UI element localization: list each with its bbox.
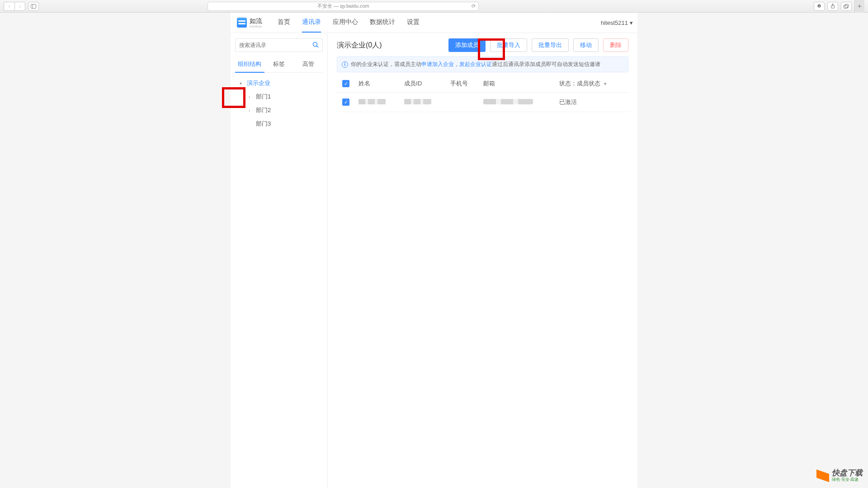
share-button[interactable] <box>827 2 838 11</box>
user-menu[interactable]: hitest5211 ▾ <box>601 19 633 26</box>
brand-name: 如流 <box>250 17 262 24</box>
tab-exec[interactable]: 高管 <box>293 56 323 72</box>
col-name: 姓名 <box>355 75 401 93</box>
move-button[interactable]: 移动 <box>573 38 599 52</box>
info-icon: i <box>342 61 348 68</box>
search-input[interactable] <box>239 42 312 48</box>
notice-text-2: 通过后通讯录添加成员即可自动发送短信邀请 <box>492 61 600 67</box>
nav-stats[interactable]: 数据统计 <box>370 13 395 33</box>
col-id: 成员ID <box>401 75 446 93</box>
brand-logo[interactable]: 如流 infoflow <box>231 17 269 28</box>
table-row[interactable]: ✓ 已激活 <box>337 93 628 112</box>
main-panel: 演示企业(0人) 添加成员 批量导入 批量导出 移动 删除 i 你的企业未认证，… <box>328 33 637 488</box>
nav-items: 首页 通讯录 应用中心 数据统计 设置 <box>278 13 420 33</box>
sidebar-search[interactable] <box>235 38 323 52</box>
sidebar-tabs: 组织结构 标签 高管 <box>235 56 323 73</box>
address-bar-text: 不安全 — qy.baidu.com <box>317 3 369 9</box>
col-status[interactable]: 状态：成员状态 ▾ <box>556 75 628 93</box>
col-email: 邮箱 <box>480 75 556 93</box>
notice-text-1: 你的企业未认证，需成员主动 <box>351 61 421 67</box>
svg-rect-0 <box>31 4 36 8</box>
downloads-button[interactable] <box>814 2 825 11</box>
tab-org[interactable]: 组织结构 <box>235 56 264 73</box>
tree-dept-2[interactable]: › 部门2 <box>244 103 323 117</box>
svg-rect-5 <box>845 4 849 7</box>
tree-item-label: 部门2 <box>256 106 271 114</box>
sidebar-toggle-button[interactable] <box>28 2 39 11</box>
address-bar[interactable]: 不安全 — qy.baidu.com ⟳ <box>208 2 479 11</box>
org-tree: ▾ 演示企业 › 部门1 › 部门2 部门3 <box>235 76 323 131</box>
delete-button[interactable]: 删除 <box>603 38 628 52</box>
tree-dept-1[interactable]: › 部门1 <box>244 90 323 103</box>
chevron-down-icon: ▾ <box>630 19 633 26</box>
tree-item-label: 部门1 <box>256 93 271 101</box>
select-all-checkbox[interactable]: ✓ <box>342 80 349 87</box>
watermark: 快盘下载 绿色·安全·高速 <box>816 469 863 483</box>
back-button[interactable]: ‹ <box>4 2 14 11</box>
action-buttons: 添加成员 批量导入 批量导出 移动 删除 <box>448 38 628 52</box>
chevron-down-icon: ▾ <box>240 81 244 86</box>
nav-home[interactable]: 首页 <box>278 13 290 33</box>
col-status-label: 状态： <box>559 80 577 87</box>
search-icon[interactable] <box>312 42 319 49</box>
browser-toolbar: ‹ › 不安全 — qy.baidu.com ⟳ + <box>0 0 868 13</box>
chevron-right-icon: › <box>249 108 253 113</box>
col-phone: 手机号 <box>447 75 480 93</box>
bulk-import-button[interactable]: 批量导入 <box>490 38 527 52</box>
tree-item-label: 部门3 <box>256 120 271 128</box>
tree-root[interactable]: ▾ 演示企业 <box>235 76 323 90</box>
members-table: ✓ 姓名 成员ID 手机号 邮箱 状态：成员状态 ▾ ✓ <box>337 75 628 112</box>
nav-apps[interactable]: 应用中心 <box>333 13 358 33</box>
chevron-right-icon: › <box>249 94 253 99</box>
tree-root-label: 演示企业 <box>247 79 270 87</box>
user-name: hitest5211 <box>601 19 628 26</box>
bulk-export-button[interactable]: 批量导出 <box>532 38 569 52</box>
row-id-redacted <box>404 99 431 104</box>
new-tab-button[interactable]: + <box>854 0 864 13</box>
brand-sub: infoflow <box>250 24 262 28</box>
top-nav: 如流 infoflow 首页 通讯录 应用中心 数据统计 设置 hitest52… <box>231 13 637 33</box>
svg-point-6 <box>313 42 317 46</box>
filter-icon[interactable]: ▾ <box>604 81 607 86</box>
add-member-button[interactable]: 添加成员 <box>448 38 486 52</box>
row-name-redacted <box>359 99 386 104</box>
watermark-sub: 绿色·安全·高速 <box>832 477 863 483</box>
row-status: 已激活 <box>556 93 628 112</box>
nav-contacts[interactable]: 通讯录 <box>302 13 321 33</box>
cert-notice: i 你的企业未认证，需成员主动申请加入企业，发起企业认证通过后通讯录添加成员即可… <box>337 56 628 72</box>
page-title: 演示企业(0人) <box>337 41 382 50</box>
sidebar: 组织结构 标签 高管 ▾ 演示企业 › 部门1 › 部门2 <box>231 33 328 488</box>
logo-icon <box>237 18 247 28</box>
tree-dept-3[interactable]: 部门3 <box>244 117 323 131</box>
tab-tags[interactable]: 标签 <box>264 56 294 72</box>
row-email-redacted <box>483 99 533 104</box>
row-checkbox[interactable]: ✓ <box>342 99 349 106</box>
watermark-icon <box>816 469 829 482</box>
start-cert-link[interactable]: 发起企业认证 <box>459 61 492 67</box>
apply-join-link[interactable]: 申请加入企业 <box>421 61 454 67</box>
svg-rect-4 <box>844 5 847 8</box>
nav-settings[interactable]: 设置 <box>407 13 420 33</box>
svg-line-7 <box>317 46 319 47</box>
refresh-icon[interactable]: ⟳ <box>472 3 476 9</box>
forward-button[interactable]: › <box>14 2 25 11</box>
col-status-filter: 成员状态 <box>577 80 600 87</box>
tabs-button[interactable] <box>841 2 852 11</box>
watermark-title: 快盘下载 <box>832 469 863 477</box>
notice-sep: ， <box>454 61 459 67</box>
